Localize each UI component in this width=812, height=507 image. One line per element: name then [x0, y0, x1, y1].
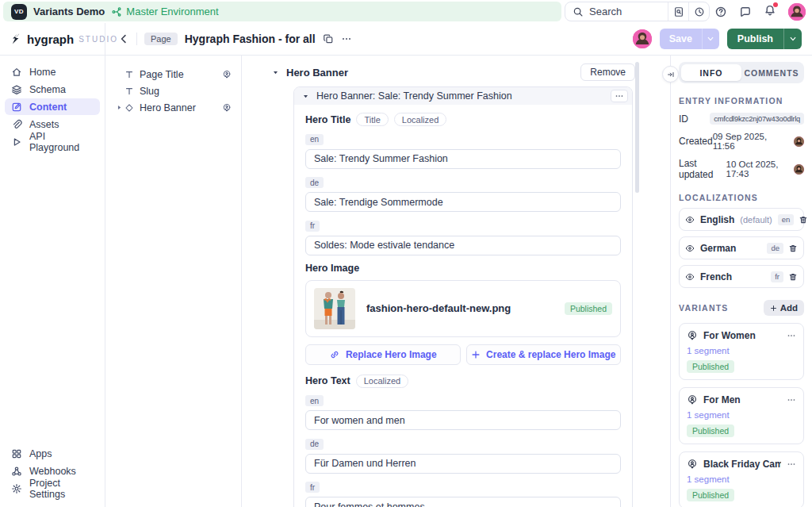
publish-button-label[interactable]: Publish	[727, 29, 783, 49]
collapse-panel-button[interactable]	[662, 66, 679, 83]
tree-item-page-title[interactable]: Page Title	[105, 66, 241, 83]
collapse-caret-icon	[272, 69, 279, 76]
notifications-button[interactable]	[764, 4, 776, 19]
trash-icon[interactable]	[788, 272, 798, 282]
eye-icon[interactable]	[685, 215, 695, 225]
tree-item-hero-banner[interactable]: Hero Banner	[105, 99, 241, 116]
branch-icon	[111, 6, 122, 17]
divider	[136, 33, 137, 45]
sidebar-item-content[interactable]: Content	[5, 98, 100, 115]
hero-title-de-input[interactable]	[305, 192, 621, 212]
localization-row-french[interactable]: French fr	[679, 265, 804, 288]
field-label-hero-text: Hero Text	[305, 375, 350, 386]
variant-menu-button[interactable]	[787, 395, 796, 405]
user-avatar[interactable]	[788, 3, 806, 21]
field-tree-panel: Page Title Slug Hero Banner	[105, 56, 242, 507]
collapse-caret-icon[interactable]	[302, 93, 309, 100]
add-variant-label: Add	[780, 303, 798, 313]
tree-item-slug[interactable]: Slug	[105, 83, 241, 99]
feedback-icon[interactable]	[739, 6, 752, 18]
publish-menu-button[interactable]	[783, 29, 802, 49]
hero-title-fr-input[interactable]	[305, 236, 621, 255]
created-by-avatar[interactable]	[794, 136, 804, 147]
sidebar-item-api-playground[interactable]: API Playground	[5, 133, 100, 150]
component-card-header[interactable]: Hero Banner: Sale: Trendy Summer Fashion	[294, 87, 632, 105]
search-history-button[interactable]	[688, 2, 709, 21]
save-button[interactable]: Save	[660, 29, 719, 49]
copy-icon[interactable]	[323, 33, 334, 44]
hero-text-de-input[interactable]	[305, 454, 621, 474]
variant-menu-button[interactable]	[787, 331, 796, 340]
variant-pin-user-icon	[687, 394, 698, 405]
project-badge: VD	[11, 4, 27, 20]
hero-text-fr-input[interactable]	[305, 497, 621, 507]
add-variant-button[interactable]: Add	[764, 300, 804, 316]
more-options-button[interactable]	[341, 33, 352, 44]
variant-pin-user-icon	[687, 330, 698, 341]
localization-row-german[interactable]: German de	[679, 236, 804, 259]
search-docs-button[interactable]	[668, 2, 688, 21]
tab-info[interactable]: INFO	[681, 64, 741, 81]
trash-icon[interactable]	[799, 215, 808, 225]
eye-icon[interactable]	[685, 244, 695, 253]
updated-by-avatar[interactable]	[794, 164, 804, 175]
localization-row-english[interactable]: English (default) en	[679, 208, 804, 231]
play-icon	[11, 136, 22, 148]
variants-heading: VARIANTS	[679, 303, 729, 313]
variant-menu-button[interactable]	[787, 459, 796, 469]
field-label-hero-image: Hero Image	[305, 263, 359, 274]
asset-thumbnail[interactable]	[314, 288, 355, 329]
sidebar-item-schema[interactable]: Schema	[5, 81, 100, 98]
create-replace-hero-image-button[interactable]: Create & replace Hero Image	[466, 344, 622, 365]
trash-icon[interactable]	[788, 244, 798, 253]
hero-text-en-input[interactable]	[305, 410, 621, 430]
sidebar-item-apps[interactable]: Apps	[5, 445, 100, 462]
created-value: 09 Sep 2025, 11:56	[713, 132, 791, 151]
sidebar-item-project-settings[interactable]: Project Settings	[5, 480, 100, 497]
search-input[interactable]	[589, 6, 661, 17]
locale-group-en: en	[305, 133, 621, 169]
variant-card-black-friday[interactable]: Black Friday Campaign 1 segment Publishe…	[679, 451, 804, 507]
locale-default-tag: (default)	[740, 215, 772, 225]
variant-card-for-women[interactable]: For Women 1 segment Published	[679, 323, 804, 380]
variant-indicator-icon	[222, 70, 232, 79]
locale-group-fr: fr	[305, 481, 621, 507]
field-chip-localized: Localized	[356, 374, 408, 388]
model-chip: Page	[144, 33, 178, 45]
remove-button[interactable]: Remove	[580, 63, 635, 81]
expand-caret-icon[interactable]	[116, 104, 123, 111]
global-search[interactable]	[565, 2, 710, 21]
eye-icon[interactable]	[685, 272, 695, 282]
save-button-label[interactable]: Save	[660, 29, 702, 49]
replace-hero-image-button[interactable]: Replace Hero Image	[305, 344, 461, 365]
environment-selector[interactable]: Master Environment	[111, 6, 218, 17]
page-title: Hygraph Fashion - for all	[185, 33, 316, 45]
presence-avatar	[633, 29, 652, 48]
save-menu-button[interactable]	[702, 29, 719, 49]
component-menu-button[interactable]	[611, 90, 628, 102]
app-logo[interactable]: hygraph STUDIO	[0, 23, 105, 55]
tab-comments[interactable]: COMMENTS	[741, 64, 802, 81]
publish-button[interactable]: Publish	[727, 29, 802, 49]
component-header-label: Hero Banner: Sale: Trendy Summer Fashion	[316, 90, 512, 102]
layers-icon	[11, 84, 22, 95]
localizations-heading: LOCALIZATIONS	[679, 193, 804, 202]
hero-title-en-input[interactable]	[305, 149, 621, 169]
locale-chip: fr	[305, 221, 320, 232]
scrollbar[interactable]	[635, 62, 639, 193]
sidebar-item-label: Content	[29, 102, 67, 113]
back-button[interactable]	[118, 33, 129, 44]
entry-id-value[interactable]: cmfcdl9kzc2nj07w43o0dlrlq	[710, 113, 804, 125]
help-icon[interactable]	[714, 6, 727, 18]
environment-bar[interactable]: VD Variants Demo Master Environment	[3, 2, 561, 21]
hero-banner-section-toggle[interactable]: Hero Banner	[272, 67, 348, 79]
project-name: Variants Demo	[33, 6, 105, 17]
sidebar-item-home[interactable]: Home	[5, 63, 100, 80]
sidebar: Home Schema Content Assets API Playgroun…	[0, 56, 105, 507]
hero-image-asset-card[interactable]: fashion-hero-default-new.png Published	[305, 280, 621, 337]
tree-item-label: Page Title	[140, 69, 184, 80]
variant-card-for-men[interactable]: For Men 1 segment Published	[679, 387, 804, 444]
info-panel: INFO COMMENTS ENTRY INFORMATION ID cmfcd…	[670, 56, 812, 507]
locale-name: German	[700, 243, 736, 254]
field-chip-localized: Localized	[394, 113, 446, 126]
